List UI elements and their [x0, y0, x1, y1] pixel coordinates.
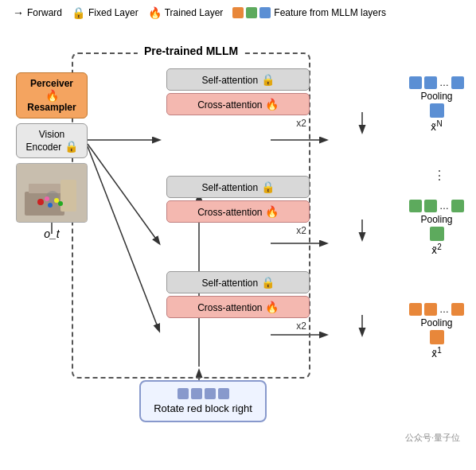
resampler-label: Resampler [27, 102, 76, 113]
fixed-layer-legend: 🔒 Fixed Layer [72, 6, 139, 19]
tilde-sq-bot [430, 330, 444, 344]
fsq-blue-2 [424, 76, 437, 89]
perceiver-label: Perceiver [30, 78, 73, 89]
fsq-green-1 [409, 200, 422, 212]
fire-icon: 🔥 [148, 6, 162, 19]
svg-point-23 [54, 198, 59, 203]
self-attn-bot-label: Self-attention [201, 278, 258, 289]
tilde-sq-top [430, 103, 444, 118]
fixed-layer-label: Fixed Layer [88, 7, 139, 18]
left-column: Perceiver 🔥 Resampler Vision Encoder 🔒 [16, 72, 88, 240]
legend: → Forward 🔒 Fixed Layer 🔥 Trained Layer … [0, 0, 476, 25]
vision-lock-icon: 🔒 [64, 140, 78, 153]
pooling-label-top: Pooling [420, 91, 452, 102]
self-attn-bot-lock: 🔒 [261, 276, 275, 289]
green-square [246, 7, 257, 18]
robot-image [16, 163, 88, 223]
dots-bot: … [439, 304, 449, 315]
ot-label: o_t [44, 227, 59, 240]
pooling-label-mid: Pooling [420, 214, 452, 225]
prompt-box: Rotate red block right [139, 380, 267, 422]
arrow-icon: → [13, 6, 24, 19]
cross-attn-top-fire: 🔥 [265, 98, 279, 111]
prompt-text: Rotate red block right [154, 402, 252, 414]
feature-label: Feature from MLLM layers [274, 7, 386, 18]
dots-mid: … [439, 200, 449, 212]
feature-row-top: … [409, 76, 464, 89]
cross-attn-bot-label: Cross-attention [197, 302, 262, 313]
x2-bot: x2 [166, 320, 310, 332]
fsq-green-2 [424, 200, 437, 212]
dots-top: … [439, 77, 449, 88]
feature-group-mid: … Pooling x̃2 [409, 200, 464, 256]
prompt-squares [152, 388, 254, 399]
feature-group-bot: … Pooling x̃1 [409, 303, 464, 359]
self-attn-mid-label: Self-attention [201, 182, 258, 193]
attn-group-bot: Self-attention 🔒 Cross-attention 🔥 x2 [166, 271, 310, 332]
self-attention-bot: Self-attention 🔒 [166, 271, 310, 293]
feature-row-bot: … [409, 303, 464, 316]
forward-legend: → Forward [13, 6, 62, 19]
svg-point-21 [58, 201, 63, 206]
self-attn-top-lock: 🔒 [261, 73, 275, 86]
cross-attn-top-label: Cross-attention [197, 99, 262, 111]
prompt-sq-2 [191, 388, 202, 399]
self-attn-mid-lock: 🔒 [261, 181, 275, 193]
perceiver-resampler: Perceiver 🔥 Resampler [16, 72, 88, 118]
robot-scene-svg [17, 164, 88, 223]
encoder-label: Encoder [25, 142, 61, 153]
fsq-green-3 [451, 200, 464, 212]
fsq-orange-1 [409, 303, 422, 316]
perceiver-fire-icon: 🔥 [45, 89, 59, 102]
x2-top: x2 [166, 118, 310, 129]
cross-attention-bot: Cross-attention 🔥 [166, 296, 310, 318]
svg-rect-18 [60, 180, 76, 212]
trained-layer-label: Trained Layer [165, 7, 224, 18]
fsq-orange-2 [424, 303, 437, 316]
diagram: Pre-trained MLLM Perceiver 🔥 Resampler V… [8, 29, 468, 450]
svg-point-19 [37, 199, 44, 205]
prompt-sq-4 [218, 388, 229, 399]
fsq-blue-1 [409, 76, 422, 89]
self-attention-top: Self-attention 🔒 [166, 68, 310, 91]
feature-row-mid: … [409, 200, 464, 212]
prompt-sq-3 [205, 388, 216, 399]
feature-legend: Feature from MLLM layers [232, 7, 386, 18]
fsq-orange-3 [451, 303, 464, 316]
attn-group-mid: Self-attention 🔒 Cross-attention 🔥 x2 [166, 176, 310, 236]
fsq-blue-3 [451, 76, 464, 89]
prompt-sq-1 [178, 388, 189, 399]
orange-square [232, 7, 244, 18]
svg-point-20 [48, 203, 53, 208]
x2-mid: x2 [166, 225, 310, 236]
lock-icon: 🔒 [72, 6, 85, 19]
tilde-label-bot: x̃1 [431, 346, 442, 359]
cross-attn-mid-label: Cross-attention [197, 207, 262, 218]
trained-layer-legend: 🔥 Trained Layer [148, 6, 224, 19]
watermark: 公众号·量子位 [405, 432, 460, 444]
vision-label: Vision [39, 129, 64, 140]
tilde-label-mid: x̃2 [431, 243, 442, 256]
tilde-label-top: x̃N [431, 119, 442, 133]
tilde-top [430, 103, 444, 118]
feature-squares [232, 7, 271, 18]
self-attn-top-label: Self-attention [201, 75, 258, 86]
vision-encoder: Vision Encoder 🔒 [16, 123, 88, 158]
cross-attention-mid: Cross-attention 🔥 [166, 200, 310, 223]
forward-label: Forward [27, 7, 62, 18]
vdots-right-top: ⋮ [433, 168, 446, 183]
ot-text: o_t [44, 227, 59, 240]
feature-group-top: … Pooling x̃N [409, 76, 464, 133]
pooling-label-bot: Pooling [420, 317, 452, 328]
self-attention-mid: Self-attention 🔒 [166, 176, 310, 198]
svg-point-22 [45, 196, 49, 201]
attn-group-top: Self-attention 🔒 Cross-attention 🔥 x2 [166, 68, 310, 129]
blue-square [259, 7, 271, 18]
cross-attention-top: Cross-attention 🔥 [166, 93, 310, 115]
cross-attn-mid-fire: 🔥 [265, 205, 279, 218]
cross-attn-bot-fire: 🔥 [265, 301, 279, 313]
mllm-title: Pre-trained MLLM [138, 45, 244, 57]
tilde-sq-mid [430, 227, 444, 241]
